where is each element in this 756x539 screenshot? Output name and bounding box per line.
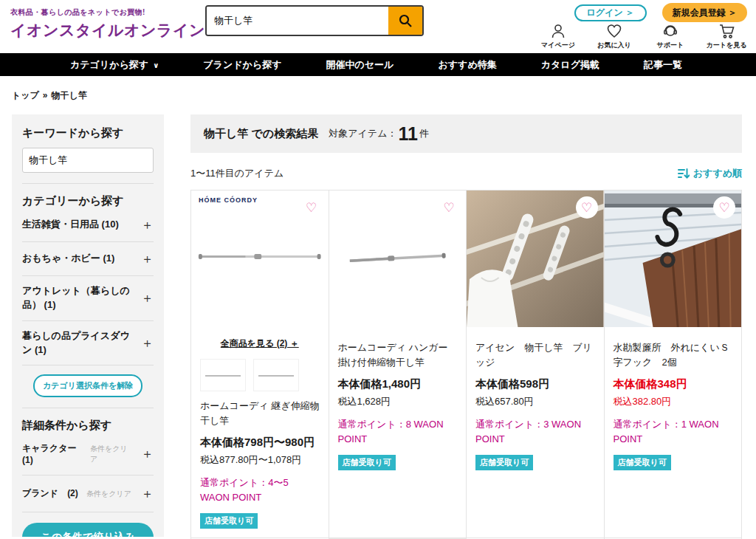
search-input[interactable] xyxy=(207,7,388,35)
clear-category-button[interactable]: カテゴリ選択条件を解除 xyxy=(33,374,142,397)
support-link[interactable]: サポート xyxy=(648,23,693,50)
product-info: アイセン 物干し竿 ブリッジ 本体価格598円 税込657.80円 通常ポイント… xyxy=(467,327,604,479)
category-item-outlet[interactable]: アウトレット（暮らしの品） (1) ＋ xyxy=(22,276,154,321)
cart-link[interactable]: カートを見る xyxy=(704,23,749,50)
nav-sale[interactable]: 開催中のセール xyxy=(326,58,394,72)
product-card-3[interactable]: ♡ xyxy=(467,190,605,538)
product-name: アイセン 物干し竿 ブリッジ xyxy=(475,340,595,370)
product-price: 本体価格1,480円 xyxy=(338,377,458,391)
product-points: 通常ポイント：3 WAON POINT xyxy=(475,417,595,446)
result-target-label: 対象アイテム： xyxy=(329,127,396,140)
register-button[interactable]: 新規会員登録 ＞ xyxy=(662,3,747,22)
plus-icon: ＋ xyxy=(141,334,154,351)
store-pickup-badge: 店舗受取り可 xyxy=(338,455,396,470)
store-pickup-badge: 店舗受取り可 xyxy=(614,455,671,470)
category-item-pricedown[interactable]: 暮らしの品プライスダウン (1) ＋ xyxy=(22,321,154,366)
result-header: 物干し竿 での検索結果 対象アイテム： 11 件 xyxy=(190,114,742,153)
product-tax-price: 税込1,628円 xyxy=(338,395,458,408)
brand-logo: HÓME CÓORDY xyxy=(199,196,258,204)
category-label: 生活雑貨・日用品 (10) xyxy=(22,218,119,232)
plus-icon: ＋ xyxy=(141,250,154,267)
favorite-heart-icon[interactable]: ♡ xyxy=(713,196,735,219)
site-logo[interactable]: イオンスタイルオンライン xyxy=(10,20,205,41)
main-nav: カテゴリから探す∨ ブランドから探す 開催中のセール おすすめ特集 カタログ掲載… xyxy=(0,53,756,76)
nav-brand[interactable]: ブランドから探す xyxy=(203,58,281,72)
header-search xyxy=(205,5,424,36)
category-item-daily-goods[interactable]: 生活雑貨・日用品 (10) ＋ xyxy=(22,208,154,242)
see-all-link[interactable]: 全商品を見る (2) ＋ xyxy=(221,338,299,349)
category-item-toys-hobby[interactable]: おもちゃ・ホビー (1) ＋ xyxy=(22,242,154,276)
detail-item-character[interactable]: キャラクター (1) 条件をクリア ＋ xyxy=(22,433,154,476)
store-pickup-badge: 店舗受取り可 xyxy=(200,513,258,529)
sort-icon xyxy=(678,168,690,179)
category-label: おもちゃ・ホビー (1) xyxy=(22,252,114,266)
cart-label: カートを見る xyxy=(707,41,747,50)
breadcrumb: トップ»物干し竿 xyxy=(12,89,87,102)
product-card-4[interactable]: ♡ xyxy=(605,190,743,538)
plus-icon: ＋ xyxy=(141,216,154,233)
breadcrumb-current: 物干し竿 xyxy=(52,90,87,100)
detail-heading: 詳細条件から探す xyxy=(22,419,154,433)
variant-thumb[interactable] xyxy=(253,359,299,391)
headset-icon xyxy=(662,23,678,39)
product-card-1[interactable]: ♡ HÓME CÓORDY 全商品を見る (2) ＋ xyxy=(191,190,329,538)
sort-control[interactable]: おすすめ順 xyxy=(678,167,742,180)
result-count: 11 xyxy=(398,123,417,145)
nav-category-label: カテゴリから探す xyxy=(70,59,148,70)
main-content: 物干し竿 での検索結果 対象アイテム： 11 件 1〜11件目のアイテム おすす… xyxy=(190,114,742,539)
clear-condition-link[interactable]: 条件をクリア xyxy=(90,444,131,464)
support-label: サポート xyxy=(657,41,684,50)
sidebar-keyword-input[interactable] xyxy=(22,148,154,173)
product-points: 通常ポイント：1 WAON POINT xyxy=(614,417,733,446)
favorite-heart-icon[interactable]: ♡ xyxy=(300,196,323,219)
heart-icon xyxy=(606,23,622,39)
breadcrumb-separator: » xyxy=(43,90,48,100)
product-tax-price: 税込877.80円〜1,078円 xyxy=(200,453,320,467)
favorite-heart-icon[interactable]: ♡ xyxy=(438,196,460,219)
results-meta: 1〜11件目のアイテム おすすめ順 xyxy=(190,166,742,181)
variant-thumb[interactable] xyxy=(200,359,246,391)
product-info: 水勘製簾所 外れにくいＳ字フック 2個 本体価格348円 税込382.80円 通… xyxy=(605,327,742,479)
keyword-heading: キーワードから探す xyxy=(22,126,154,140)
search-button[interactable] xyxy=(388,7,422,35)
clear-condition-link[interactable]: 条件をクリア xyxy=(86,489,131,499)
divider xyxy=(22,408,154,408)
product-price: 本体価格598円 xyxy=(475,377,595,391)
detail-label: ブランド (2) xyxy=(22,487,78,500)
mypage-link[interactable]: マイページ xyxy=(536,23,580,50)
chevron-down-icon: ∨ xyxy=(153,61,159,69)
product-price: 本体価格798円〜980円 xyxy=(200,436,320,450)
product-name: ホームコーディ 継ぎ伸縮物干し竿 xyxy=(200,399,320,428)
breadcrumb-home[interactable]: トップ xyxy=(12,90,39,100)
product-name: ホームコーディ ハンガー掛け付伸縮物干し竿 xyxy=(338,340,458,370)
product-info: 全商品を見る (2) ＋ ホームコーディ 継ぎ伸縮物干し竿 本体価格798円〜9… xyxy=(191,327,329,538)
header-quick-links: マイページ お気に入り サポート カートを見る xyxy=(536,23,749,50)
apply-filter-button[interactable]: この条件で絞り込み xyxy=(22,523,154,537)
product-points: 通常ポイント：4〜5 WAON POINT xyxy=(200,476,320,504)
login-button[interactable]: ログイン ＞ xyxy=(574,4,647,21)
favorites-link[interactable]: お気に入り xyxy=(592,23,636,50)
nav-catalog[interactable]: カタログ掲載 xyxy=(541,58,599,72)
result-range-text: 1〜11件目のアイテム xyxy=(190,167,284,180)
product-card-2[interactable]: ♡ ホームコーディ ハンガー掛け付伸縮物干し竿 本体価格1,480円 税込1,6… xyxy=(329,190,467,538)
site-brand[interactable]: 衣料品・暮らしの品をネットでお買物! イオンスタイルオンライン xyxy=(10,7,205,41)
detail-item-brand[interactable]: ブランド (2) 条件をクリア ＋ xyxy=(22,476,154,512)
sort-label: おすすめ順 xyxy=(693,167,742,180)
product-tax-price: 税込382.80円 xyxy=(614,395,733,408)
user-icon xyxy=(550,23,566,39)
site-header: 衣料品・暮らしの品をネットでお買物! イオンスタイルオンライン ログイン ＞ 新… xyxy=(0,0,756,53)
product-price: 本体価格348円 xyxy=(614,377,733,391)
category-label: 暮らしの品プライスダウン (1) xyxy=(22,329,131,357)
nav-articles[interactable]: 記事一覧 xyxy=(644,58,682,72)
product-points: 通常ポイント：8 WAON POINT xyxy=(338,417,458,446)
category-heading: カテゴリーから探す xyxy=(22,194,154,208)
result-title: 物干し竿 での検索結果 xyxy=(204,127,318,141)
favorites-label: お気に入り xyxy=(597,41,631,50)
result-count-unit: 件 xyxy=(419,127,429,140)
category-label: アウトレット（暮らしの品） (1) xyxy=(22,284,131,312)
nav-category[interactable]: カテゴリから探す∨ xyxy=(70,58,159,72)
favorite-heart-icon[interactable]: ♡ xyxy=(576,196,598,219)
nav-featured[interactable]: おすすめ特集 xyxy=(438,58,496,72)
product-grid: ♡ HÓME CÓORDY 全商品を見る (2) ＋ xyxy=(190,190,742,539)
plus-icon: ＋ xyxy=(141,445,154,462)
